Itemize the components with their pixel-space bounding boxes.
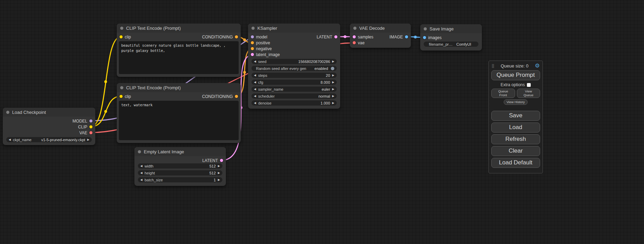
increment-arrow-icon[interactable]: ▶: [332, 88, 334, 91]
slot-dot-conditioning[interactable]: [251, 47, 254, 50]
node-title-bar[interactable]: Load Checkpoint: [3, 108, 95, 117]
collapse-dot-icon[interactable]: [120, 86, 123, 89]
ckpt-name-widget[interactable]: ◀ ckpt_name v1-5-pruned-emaonly.ckpt ▶: [6, 137, 92, 142]
decrement-arrow-icon[interactable]: ◀: [254, 95, 256, 98]
slot-dot-image[interactable]: [405, 35, 408, 38]
denoise-widget[interactable]: ◀ denoise 1.000 ▶: [252, 100, 337, 106]
width-widget[interactable]: ◀ width 512 ▶: [138, 163, 222, 169]
negative-prompt-textarea[interactable]: text, watermark: [119, 101, 239, 140]
input-slot-samples[interactable]: samples: [353, 35, 373, 39]
input-slot-model[interactable]: model: [251, 35, 267, 39]
input-slot-latent-image[interactable]: latent_image: [251, 52, 280, 57]
slot-dot-conditioning[interactable]: [235, 35, 238, 38]
save-button[interactable]: Save: [491, 111, 540, 121]
input-slot-vae[interactable]: vae: [353, 40, 364, 45]
node-title-bar[interactable]: VAE Decode: [350, 24, 411, 33]
decrement-arrow-icon[interactable]: ◀: [254, 74, 256, 77]
decrement-arrow-icon[interactable]: ◀: [254, 102, 256, 105]
collapse-dot-icon[interactable]: [120, 27, 123, 30]
increment-arrow-icon[interactable]: ▶: [218, 172, 220, 174]
increment-arrow-icon[interactable]: ▶: [332, 81, 334, 84]
toggle-knob-icon[interactable]: [331, 67, 334, 70]
increment-arrow-icon[interactable]: ▶: [332, 102, 334, 105]
decrement-arrow-icon[interactable]: ◀: [254, 81, 256, 84]
output-slot-vae[interactable]: VAE: [79, 130, 92, 135]
output-slot-latent[interactable]: LATENT: [317, 35, 337, 39]
batch-size-widget[interactable]: ◀ batch_size 1 ▶: [138, 177, 222, 182]
node-clip-text-encode-positive[interactable]: CLIP Text Encode (Prompt) clip CONDITION…: [117, 24, 241, 77]
steps-widget[interactable]: ◀ steps 20 ▶: [252, 73, 337, 78]
output-slot-image[interactable]: IMAGE: [389, 35, 408, 39]
clear-button[interactable]: Clear: [491, 146, 540, 156]
output-slot-conditioning[interactable]: CONDITIONING: [202, 94, 238, 99]
queue-front-button[interactable]: Queue Front: [491, 89, 515, 98]
node-title-bar[interactable]: CLIP Text Encode (Prompt): [117, 83, 241, 92]
sampler-name-widget[interactable]: ◀ sampler_name euler ▶: [252, 87, 337, 92]
node-ksampler[interactable]: KSampler model LATENT positive: [248, 24, 340, 109]
refresh-button[interactable]: Refresh: [491, 134, 540, 144]
node-load-checkpoint[interactable]: Load Checkpoint MODEL CLIP VAE: [3, 108, 95, 145]
increment-arrow-icon[interactable]: ▶: [332, 60, 334, 63]
slot-dot-clip[interactable]: [120, 95, 123, 98]
output-slot-conditioning[interactable]: CONDITIONING: [202, 35, 238, 39]
output-slot-clip[interactable]: CLIP: [78, 125, 92, 129]
slot-dot-latent[interactable]: [353, 35, 356, 38]
collapse-dot-icon[interactable]: [424, 27, 427, 30]
seed-widget[interactable]: ◀ seed 156680208700286 ▶: [252, 59, 337, 64]
node-clip-text-encode-negative[interactable]: CLIP Text Encode (Prompt) clip CONDITION…: [117, 83, 241, 143]
output-slot-model[interactable]: MODEL: [72, 119, 92, 124]
node-vae-decode[interactable]: VAE Decode samples IMAGE vae: [350, 24, 411, 48]
output-slot-latent[interactable]: LATENT: [202, 158, 223, 163]
collapse-dot-icon[interactable]: [138, 150, 141, 153]
node-title-bar[interactable]: Empty Latent Image: [134, 147, 226, 156]
increment-arrow-icon[interactable]: ▶: [332, 74, 334, 77]
slot-dot-latent[interactable]: [251, 53, 254, 56]
load-button[interactable]: Load: [491, 123, 540, 133]
increment-arrow-icon[interactable]: ▶: [87, 138, 89, 141]
slot-dot-clip[interactable]: [89, 125, 92, 128]
view-history-button[interactable]: View History: [504, 99, 528, 105]
extra-options-checkbox[interactable]: [527, 83, 531, 87]
collapse-dot-icon[interactable]: [6, 111, 9, 114]
node-empty-latent-image[interactable]: Empty Latent Image LATENT ◀ width 512 ▶ …: [134, 147, 226, 186]
input-slot-negative[interactable]: negative: [251, 46, 272, 51]
slot-dot-vae[interactable]: [89, 131, 92, 134]
load-default-button[interactable]: Load Default: [491, 158, 540, 168]
collapse-dot-icon[interactable]: [252, 27, 255, 30]
input-slot-images[interactable]: images: [423, 35, 442, 40]
decrement-arrow-icon[interactable]: ◀: [9, 138, 11, 141]
decrement-arrow-icon[interactable]: ◀: [140, 172, 142, 174]
slot-dot-model[interactable]: [251, 35, 254, 38]
input-slot-clip[interactable]: clip: [120, 94, 131, 99]
positive-prompt-textarea[interactable]: beautiful scenery nature glass bottle la…: [119, 41, 239, 74]
input-slot-positive[interactable]: positive: [251, 40, 270, 45]
decrement-arrow-icon[interactable]: ◀: [140, 179, 142, 181]
collapse-dot-icon[interactable]: [353, 27, 356, 30]
filename-prefix-widget[interactable]: filename_prefix ComfyUI: [424, 42, 478, 47]
scheduler-widget[interactable]: ◀ scheduler normal ▶: [252, 93, 337, 99]
slot-dot-latent[interactable]: [220, 159, 223, 162]
slot-dot-conditioning[interactable]: [235, 95, 238, 98]
decrement-arrow-icon[interactable]: ◀: [254, 60, 256, 63]
slot-dot-conditioning[interactable]: [251, 41, 254, 44]
increment-arrow-icon[interactable]: ▶: [332, 95, 334, 98]
node-title-bar[interactable]: Save Image: [420, 24, 482, 33]
node-title-bar[interactable]: CLIP Text Encode (Prompt): [117, 24, 241, 33]
slot-dot-latent[interactable]: [334, 35, 337, 38]
decrement-arrow-icon[interactable]: ◀: [140, 165, 142, 168]
slot-dot-clip[interactable]: [120, 35, 123, 38]
slot-dot-vae[interactable]: [353, 41, 356, 44]
input-slot-clip[interactable]: clip: [120, 35, 131, 39]
drag-handle-icon[interactable]: ⣿: [492, 64, 494, 68]
slot-dot-model[interactable]: [89, 119, 92, 123]
decrement-arrow-icon[interactable]: ◀: [254, 88, 256, 91]
node-save-image[interactable]: Save Image images filename_prefix ComfyU…: [420, 24, 482, 51]
slot-dot-image[interactable]: [423, 36, 426, 39]
random-seed-toggle-widget[interactable]: Random seed after every gen enabled: [252, 66, 337, 71]
node-graph-canvas[interactable]: Load Checkpoint MODEL CLIP VAE: [0, 0, 644, 244]
view-queue-button[interactable]: View Queue: [517, 89, 540, 98]
increment-arrow-icon[interactable]: ▶: [218, 165, 220, 168]
height-widget[interactable]: ◀ height 512 ▶: [138, 170, 222, 175]
node-title-bar[interactable]: KSampler: [248, 24, 340, 33]
increment-arrow-icon[interactable]: ▶: [218, 179, 220, 181]
